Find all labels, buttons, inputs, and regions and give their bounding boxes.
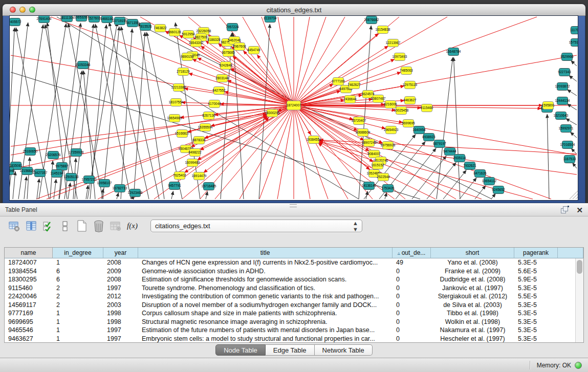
- column-header-title[interactable]: title: [138, 248, 393, 258]
- vertical-scrollbar[interactable]: [575, 258, 583, 342]
- column-header-in-degree[interactable]: in_degree: [53, 248, 103, 258]
- table-cell[interactable]: 1: [53, 335, 103, 342]
- function-builder-icon[interactable]: f(x): [125, 219, 139, 233]
- column-header-short[interactable]: short: [431, 248, 514, 258]
- table-cell[interactable]: 49: [393, 259, 431, 266]
- table-cell[interactable]: 0: [393, 326, 431, 334]
- table-cell[interactable]: 0: [393, 318, 431, 325]
- tab-edge-table[interactable]: Edge Table: [266, 344, 315, 356]
- table-cell[interactable]: Embryonic stem cells: a model to study s…: [138, 335, 393, 342]
- table-cell[interactable]: 9463627: [5, 335, 53, 342]
- table-cell[interactable]: 5.3E-5: [514, 326, 558, 334]
- table-row[interactable]: 946554611997Estimation of the future num…: [5, 326, 576, 335]
- table-cell[interactable]: 5.3E-5: [514, 301, 558, 309]
- table-cell[interactable]: Nakamura et al. (1997): [431, 326, 514, 334]
- column-header-pagerank[interactable]: pagerank: [514, 248, 558, 258]
- zoom-window-icon[interactable]: [29, 7, 35, 13]
- column-header-name[interactable]: name: [5, 248, 53, 258]
- table-cell[interactable]: 5.9E-5: [514, 276, 558, 283]
- table-row[interactable]: 969969511998Structural magnetic resonanc…: [5, 318, 576, 326]
- table-cell[interactable]: 5.3E-5: [514, 318, 558, 325]
- table-row[interactable]: 1830029562008Estimation of significance …: [5, 275, 576, 284]
- table-cell[interactable]: 0: [393, 293, 431, 300]
- table-row[interactable]: 911546021997Tourette syndrome. Phenomeno…: [5, 284, 576, 293]
- table-cell[interactable]: Estimation of significance thresholds fo…: [138, 276, 393, 283]
- table-cell[interactable]: Genome-wide association studies in ADHD.: [138, 268, 393, 275]
- close-panel-icon[interactable]: ✕: [576, 206, 583, 214]
- table-cell[interactable]: 2009: [103, 268, 138, 275]
- network-canvas[interactable]: 2405572276914061811130410653287152760264…: [9, 15, 578, 201]
- table-cell[interactable]: Hescheler et al. (1997): [431, 335, 514, 342]
- form-view-icon[interactable]: [58, 219, 72, 233]
- table-cell[interactable]: Changes of HCN gene expression and I(f) …: [138, 259, 393, 266]
- table-cell[interactable]: 1: [53, 326, 103, 334]
- close-window-icon[interactable]: [10, 7, 16, 13]
- window-titlebar[interactable]: citations_edges.txt: [3, 4, 585, 16]
- table-cell[interactable]: Jankovic et al. (1997): [431, 285, 514, 292]
- table-cell[interactable]: Estimation of the future numbers of pati…: [138, 326, 393, 334]
- table-cell[interactable]: 2: [53, 301, 103, 309]
- column-header-out-de-[interactable]: ▵out_de...: [393, 248, 431, 258]
- table-cell[interactable]: 22420046: [5, 293, 53, 300]
- tab-node-table[interactable]: Node Table: [215, 344, 266, 356]
- row-selection-icon[interactable]: [41, 219, 55, 233]
- table-cell[interactable]: 9465546: [5, 326, 53, 334]
- table-cell[interactable]: 0: [393, 301, 431, 309]
- show-columns-icon[interactable]: [24, 219, 38, 233]
- table-cell[interactable]: 5.3E-5: [514, 285, 558, 292]
- table-cell[interactable]: 1998: [103, 318, 138, 325]
- table-cell[interactable]: 1998: [103, 310, 138, 317]
- table-row[interactable]: 2242004622012Investigating the contribut…: [5, 292, 576, 301]
- table-cell[interactable]: Wolkin et al. (1998): [431, 318, 514, 325]
- minimize-window-icon[interactable]: [19, 7, 26, 13]
- table-cell[interactable]: 5.3E-5: [514, 259, 558, 266]
- table-cell[interactable]: 14569117: [5, 301, 53, 309]
- table-row[interactable]: 1872400712008Changes of HCN gene express…: [5, 258, 576, 267]
- table-cell[interactable]: 6: [53, 268, 103, 275]
- table-cell[interactable]: 0: [393, 285, 431, 292]
- table-cell[interactable]: 0: [393, 335, 431, 342]
- table-cell[interactable]: 1: [53, 259, 103, 266]
- table-cell[interactable]: 0: [393, 276, 431, 283]
- table-cell[interactable]: 2: [53, 293, 103, 300]
- table-row[interactable]: 977716911998Corpus callosum shape and si…: [5, 309, 576, 318]
- table-cell[interactable]: 2008: [103, 276, 138, 283]
- table-cell[interactable]: Franke et al. (2009): [431, 268, 514, 275]
- table-cell[interactable]: Dudbridge et al. (2008): [431, 276, 514, 283]
- table-cell[interactable]: 2003: [103, 301, 138, 309]
- delete-table-icon[interactable]: [92, 219, 105, 233]
- table-cell[interactable]: 2: [53, 285, 103, 292]
- table-cell[interactable]: 1997: [103, 326, 138, 334]
- table-select-dropdown[interactable]: citations_edges.txt ▲▼: [150, 220, 362, 232]
- table-cell[interactable]: Tibbo et al. (1998): [431, 310, 514, 317]
- new-table-icon[interactable]: [75, 219, 89, 233]
- table-cell[interactable]: 5.5E-5: [514, 293, 558, 300]
- table-cell[interactable]: 1997: [103, 285, 138, 292]
- table-cell[interactable]: Stergiakouli et al. (2012): [431, 293, 514, 300]
- table-cell[interactable]: 0: [393, 310, 431, 317]
- splitter-handle[interactable]: [290, 204, 297, 207]
- table-cell[interactable]: 1997: [103, 335, 138, 342]
- table-row[interactable]: 1938455462009Genome-wide association stu…: [5, 267, 576, 276]
- table-cell[interactable]: 6: [53, 276, 103, 283]
- scrollbar-thumb[interactable]: [577, 260, 582, 274]
- table-cell[interactable]: 9699695: [5, 318, 53, 325]
- table-cell[interactable]: 18300295: [5, 276, 53, 283]
- table-cell[interactable]: Structural magnetic resonance image aver…: [138, 318, 393, 325]
- table-row[interactable]: 946362711997Embryonic stem cells: a mode…: [5, 335, 576, 343]
- table-cell[interactable]: 2012: [103, 293, 138, 300]
- table-cell[interactable]: 9777169: [5, 310, 53, 317]
- table-cell[interactable]: 5.6E-5: [514, 268, 558, 275]
- column-header-year[interactable]: year: [103, 248, 138, 258]
- table-cell[interactable]: 5.3E-5: [514, 310, 558, 317]
- table-cell[interactable]: 19384554: [5, 268, 53, 275]
- table-cell[interactable]: Tourette syndrome. Phenomenology and cla…: [138, 285, 393, 292]
- table-cell[interactable]: 18724007: [5, 259, 53, 266]
- float-panel-icon[interactable]: [560, 206, 569, 214]
- table-cell[interactable]: Disruption of a novel member of a sodium…: [138, 301, 393, 309]
- table-cell[interactable]: de Silva et al. (2003): [431, 301, 514, 309]
- citation-network-graph[interactable]: 2405572276914061811130410653287152760264…: [10, 16, 578, 200]
- table-cell[interactable]: Corpus callosum shape and size in male p…: [138, 310, 393, 317]
- table-cell[interactable]: 1: [53, 310, 103, 317]
- tab-network-table[interactable]: Network Table: [315, 344, 373, 356]
